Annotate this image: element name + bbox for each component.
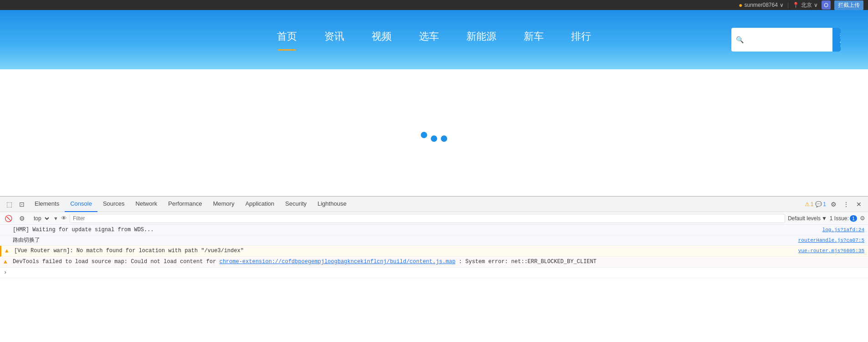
log-text: [HMR] Waiting for update signal from WDS… xyxy=(13,226,818,234)
more-options-button[interactable]: ⋮ xyxy=(841,199,852,210)
username: sunmer08764 xyxy=(744,2,777,8)
console-toolbar: 🚫 ⚙ top ▼ 👁 Default levels ▼ 1 Issue: 1 … xyxy=(0,212,868,225)
devtools-panel: ⬚ ⊡ Elements Console Sources Network Per… xyxy=(0,196,868,342)
nav-item-video[interactable]: 视频 xyxy=(372,30,392,45)
dropdown-arrow: ∨ xyxy=(780,2,784,8)
error-icon: ▲ xyxy=(4,258,11,266)
tab-security[interactable]: Security xyxy=(280,197,312,212)
device-toolbar-button[interactable]: ⊡ xyxy=(16,199,27,210)
loading-spinner xyxy=(421,124,447,142)
search-bar: 🔍 搜索 xyxy=(731,28,841,52)
issue-badge: 1 Issue: 1 xyxy=(830,215,857,222)
tab-elements[interactable]: Elements xyxy=(29,197,65,212)
console-filter-input[interactable] xyxy=(70,214,785,223)
settings-button[interactable]: ⚙ xyxy=(828,199,839,210)
upload-button[interactable]: 拦截上传 xyxy=(834,0,863,10)
location-dropdown-arrow: ∨ xyxy=(814,2,818,8)
search-submit-button[interactable]: 搜索 xyxy=(832,28,841,52)
nav-menu: 首页 资讯 视频 选车 新能源 新车 排行 xyxy=(277,30,591,45)
context-selector[interactable]: top xyxy=(30,214,51,223)
console-settings-button[interactable]: ⚙ xyxy=(16,213,27,224)
log-source-3[interactable]: vue-router.mjs?6605:35 xyxy=(798,247,864,255)
tab-lighthouse[interactable]: Lighthouse xyxy=(312,197,352,212)
nav-item-news[interactable]: 资讯 xyxy=(324,30,344,45)
log-source-2[interactable]: routerHandle.js?ca07:5 xyxy=(798,236,864,244)
extension-icon: ⬡ xyxy=(822,0,831,10)
console-prompt: › xyxy=(0,268,868,278)
nav-item-home[interactable]: 首页 xyxy=(277,30,297,45)
spinner-dot-3 xyxy=(441,135,447,142)
clear-console-button[interactable]: 🚫 xyxy=(3,213,14,224)
devtools-tabs: Elements Console Sources Network Perform… xyxy=(29,197,803,212)
log-source[interactable]: log.js?1afd:24 xyxy=(822,226,864,234)
issue-settings-button[interactable]: ⚙ xyxy=(860,215,865,222)
log-entry: 路由切换了 routerHandle.js?ca07:5 xyxy=(0,235,868,246)
warn-icon: ▲ xyxy=(5,247,12,255)
separator: | xyxy=(787,2,789,8)
nav-item-new-car[interactable]: 新车 xyxy=(524,30,544,45)
default-levels-button[interactable]: Default levels ▼ xyxy=(788,215,827,222)
log-entry: [HMR] Waiting for update signal from WDS… xyxy=(0,225,868,235)
nav-item-select-car[interactable]: 选车 xyxy=(419,30,439,45)
nav-item-ranking[interactable]: 排行 xyxy=(571,30,591,45)
console-eye-button[interactable]: 👁 xyxy=(61,215,67,222)
log-entry-error: ▲ DevTools failed to load source map: Co… xyxy=(0,257,868,268)
context-dropdown-arrow: ▼ xyxy=(53,216,58,221)
console-log-area: [HMR] Waiting for update signal from WDS… xyxy=(0,225,868,342)
location-info: 北京 ∨ xyxy=(792,1,818,9)
tab-console[interactable]: Console xyxy=(65,197,97,212)
user-info: sunmer08764 ∨ xyxy=(739,1,784,9)
tab-sources[interactable]: Sources xyxy=(97,197,130,212)
browser-top-bar: sunmer08764 ∨ | 北京 ∨ ⬡ 拦截上传 xyxy=(0,0,868,10)
search-input[interactable] xyxy=(744,32,832,47)
close-devtools-button[interactable]: ✕ xyxy=(853,199,864,210)
nav-item-new-energy[interactable]: 新能源 xyxy=(466,30,496,45)
prompt-arrow-icon: › xyxy=(4,269,7,277)
tab-network[interactable]: Network xyxy=(130,197,163,212)
devtools-toolbar: ⬚ ⊡ Elements Console Sources Network Per… xyxy=(0,197,868,212)
spinner-dot-1 xyxy=(421,132,427,138)
devtools-right-icons: ⚠ 1 💬 1 ⚙ ⋮ ✕ xyxy=(805,199,864,210)
tab-performance[interactable]: Performance xyxy=(163,197,207,212)
warning-badge: ⚠ 1 xyxy=(805,201,814,207)
message-badge: 💬 1 xyxy=(815,201,826,207)
site-header: 首页 资讯 视频 选车 新能源 新车 排行 🔍 搜索 xyxy=(0,10,868,69)
user-avatar-icon xyxy=(739,1,742,9)
tab-application[interactable]: Application xyxy=(240,197,280,212)
inspect-element-button[interactable]: ⬚ xyxy=(4,199,15,210)
log-text-4: DevTools failed to load source map: Coul… xyxy=(13,258,864,266)
log-text-3: [Vue Router warn]: No match found for lo… xyxy=(14,247,794,255)
levels-dropdown-arrow: ▼ xyxy=(822,215,827,222)
log-text-2: 路由切换了 xyxy=(13,236,794,244)
tab-memory[interactable]: Memory xyxy=(208,197,240,212)
spinner-dot-2 xyxy=(431,135,437,142)
search-icon: 🔍 xyxy=(731,36,744,43)
location-text: 北京 xyxy=(801,1,812,9)
error-link[interactable]: chrome-extension://cofdbpoegempjloogbagk… xyxy=(220,259,455,265)
main-content xyxy=(0,69,868,196)
location-pin-icon xyxy=(792,2,799,8)
log-entry-warn: ▲ [Vue Router warn]: No match found for … xyxy=(0,246,868,257)
